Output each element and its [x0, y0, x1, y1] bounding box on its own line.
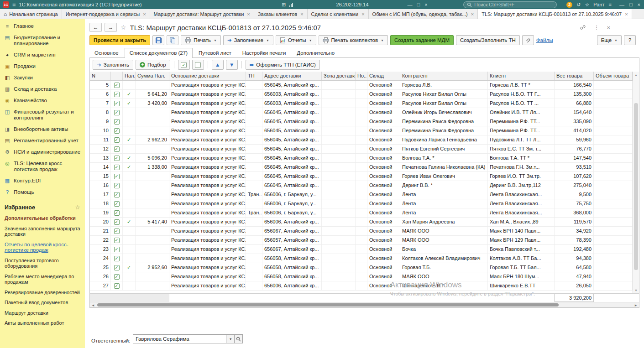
sidebar-item[interactable]: ?Помощь	[0, 187, 85, 198]
table-row[interactable]: 24✓Реализация товаров и услуг КС...65605…	[90, 254, 633, 263]
window-tab[interactable]: Сделки с клиентами×	[308, 9, 369, 19]
favorite-item[interactable]: Пакетный ввод документов	[0, 297, 85, 308]
create-based-on-button[interactable]	[167, 35, 178, 45]
table-row[interactable]: 15✓Реализация товаров и услуг КС...65604…	[90, 172, 633, 181]
favorite-item[interactable]: Значения заполнения маршрута доставки	[0, 223, 85, 239]
table-row[interactable]: 23✓Реализация товаров и услуг КС...65606…	[90, 245, 633, 254]
vscroll-track[interactable]	[633, 78, 639, 287]
tab-osnovnoe[interactable]: Основное	[89, 48, 124, 58]
session-minimize-icon[interactable]: —	[408, 2, 413, 7]
notifications-icon[interactable]: 2	[566, 2, 572, 8]
table-row[interactable]: 5✓Реализация товаров и услуг КС...656045…	[90, 81, 633, 90]
column-header[interactable]: Клиент	[488, 72, 555, 80]
table-row[interactable]: 13✓✓5 096,20Реализация товаров и услуг К…	[90, 154, 633, 163]
post-and-close-button[interactable]: Провести и закрыть	[89, 35, 150, 45]
table-row[interactable]: 8✓Реализация товаров и услуг КС...656045…	[90, 108, 633, 117]
column-header[interactable]: Объем товара	[594, 72, 633, 80]
table-row[interactable]: 22✓Реализация товаров и услуг КС...65605…	[90, 236, 633, 245]
column-header[interactable]: Основание доставки	[169, 72, 246, 80]
row-checkbox[interactable]: ✓	[114, 283, 120, 289]
uncheck-all-button[interactable]	[192, 60, 204, 70]
responsible-lookup-button[interactable]	[235, 334, 243, 343]
column-header[interactable]: Вес товара	[555, 72, 594, 80]
row-checkbox[interactable]: ✓	[114, 174, 120, 179]
column-header[interactable]: Склад	[367, 72, 400, 80]
main-menu-icon[interactable]: ≡	[12, 1, 16, 8]
print-sets-button[interactable]: Печать комплектов ▼	[319, 35, 388, 45]
close-form-icon[interactable]: ×	[607, 24, 610, 31]
vscroll-thumb[interactable]	[634, 103, 638, 270]
sidebar-item[interactable]: ⚙НСИ и администрирование	[0, 146, 85, 158]
tab-print-settings[interactable]: Настройки печати	[237, 48, 291, 58]
sidebar-item[interactable]: ◎TLS: Целевая кросс логистика продаж	[0, 158, 85, 175]
create-fill-tn-button[interactable]: Создать/Заполнить ТН	[456, 35, 520, 45]
window-tab[interactable]: Маршрут доставки: Маршрут доставки×	[150, 9, 254, 19]
tab-close-icon[interactable]: ×	[300, 11, 303, 17]
sidebar-item[interactable]: ◫Финансовый результат и контроллинг	[0, 106, 85, 124]
table-row[interactable]: 21✓Реализация товаров и услуг КС...65606…	[90, 227, 633, 236]
ttn-egais-button[interactable]: ⇒ Оформить ТТН (ЕГАИС)	[246, 60, 320, 70]
window-tab[interactable]: Заказы клиентов×	[254, 9, 308, 19]
table-row[interactable]: 6✓✓5 641,20Реализация товаров и услуг КС…	[90, 90, 633, 99]
print-button[interactable]: Печать ▼	[181, 35, 221, 45]
table-row[interactable]: 11✓✓2 962,20Реализация товаров и услуг К…	[90, 135, 633, 145]
row-checkbox[interactable]: ✓	[114, 92, 120, 97]
row-checkbox[interactable]: ✓	[114, 238, 120, 243]
scroll-up-icon[interactable]: ▲	[633, 72, 639, 78]
column-header[interactable]: Но...	[356, 72, 367, 80]
window-tab[interactable]: TLS: Маршрут доставки КСЦБ-001813 от 27.…	[478, 9, 632, 19]
row-checkbox[interactable]: ✓	[114, 256, 120, 261]
table-row[interactable]: 17✓Реализация товаров и услуг КС...Тран.…	[90, 190, 633, 199]
get-link-icon[interactable]	[580, 24, 586, 31]
column-header[interactable]: Зона доставки	[322, 72, 356, 80]
fill-menu-button[interactable]: ➔ Заполнение ▼	[223, 35, 273, 45]
table-row[interactable]: 14✓✓1 338,00Реализация товаров и услуг К…	[90, 163, 633, 172]
tab-close-icon[interactable]: ×	[625, 11, 628, 17]
table-row[interactable]: 20✓✓5 417,40Реализация товаров и услуг К…	[90, 218, 633, 227]
sidebar-item[interactable]: ▣Продажи	[0, 61, 85, 72]
table-row[interactable]: 26✓Реализация товаров и услуг КС...65605…	[90, 272, 633, 281]
window-tab[interactable]: ⌂Начальная страница	[0, 9, 62, 19]
column-header[interactable]: Нал.	[123, 72, 136, 80]
favorite-item[interactable]: Акты выполненных работ	[0, 318, 85, 328]
row-checkbox[interactable]: ✓	[114, 201, 120, 207]
window-tab[interactable]: Интернет-поддержка и сервисы×	[62, 9, 150, 19]
favorite-item[interactable]: Поступления торгового оборудования	[0, 255, 85, 271]
star-icon[interactable]: ☆	[75, 204, 80, 211]
row-checkbox[interactable]: ✓	[114, 101, 120, 106]
tab-putevoy-list[interactable]: Путевой лист	[194, 48, 236, 58]
forward-button[interactable]: →	[105, 23, 117, 32]
global-search[interactable]	[463, 1, 557, 8]
favorite-item[interactable]: Отчеты по целевой кросс-логистике продаж	[0, 239, 85, 255]
column-header[interactable]: Контрагент	[400, 72, 488, 80]
row-checkbox[interactable]: ✓	[114, 274, 120, 280]
table-row[interactable]: 16✓Реализация товаров и услуг КС...65604…	[90, 181, 633, 190]
row-checkbox[interactable]: ✓	[114, 119, 120, 125]
save-button[interactable]	[152, 35, 164, 45]
tab-close-icon[interactable]: ×	[143, 11, 146, 17]
sidebar-item[interactable]: ▥Склад и доставка	[0, 83, 85, 95]
row-checkbox[interactable]: ✓	[114, 229, 120, 234]
tab-document-list[interactable]: Список документов (27)	[125, 48, 193, 58]
hscroll-track[interactable]	[96, 302, 633, 307]
more-dots-icon[interactable]: ⋮	[593, 24, 599, 31]
favorite-star-icon[interactable]: ☆	[120, 24, 126, 31]
table-row[interactable]: 27✓Реализация товаров и услуг КС...65600…	[90, 281, 633, 291]
row-checkbox[interactable]: ✓	[114, 192, 120, 197]
tab-close-icon[interactable]: ×	[247, 11, 250, 17]
sidebar-item[interactable]: ▤Бюджетирование и планирование	[0, 32, 85, 49]
sidebar-item[interactable]: ◧Закупки	[0, 72, 85, 83]
row-checkbox[interactable]: ✓	[114, 128, 120, 134]
favorite-item[interactable]: Дополнительные обработки	[0, 213, 85, 223]
move-up-button[interactable]: ▲	[212, 60, 224, 70]
attachments-button[interactable]	[522, 35, 534, 45]
scroll-left-icon[interactable]: ◂	[90, 302, 96, 307]
sidebar-item[interactable]: ▤Регламентированный учет	[0, 135, 85, 146]
session-close-icon[interactable]: ×	[424, 2, 427, 7]
back-button[interactable]: ←	[89, 23, 102, 32]
hscroll-thumb[interactable]	[97, 303, 559, 306]
row-checkbox[interactable]: ✓	[114, 156, 120, 161]
favorite-item[interactable]: Рабочее место менеджера по продажам	[0, 271, 85, 287]
close-icon[interactable]: ×	[638, 2, 640, 7]
files-link[interactable]: Файлы	[536, 37, 553, 43]
